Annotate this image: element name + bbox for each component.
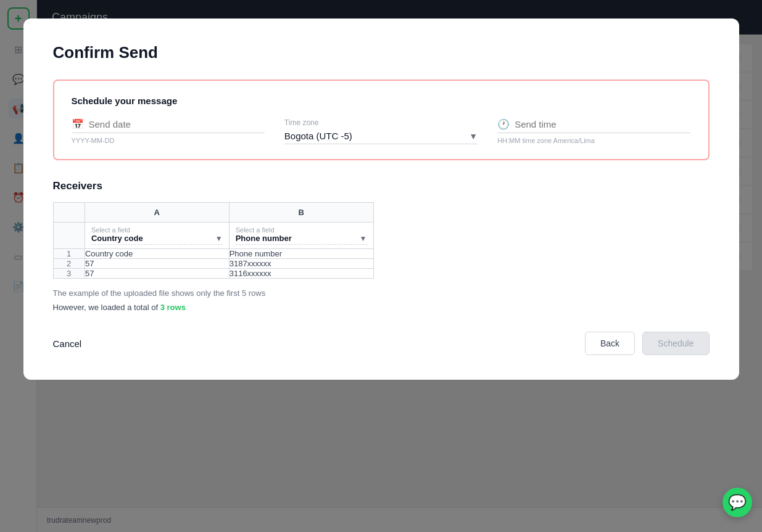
send-time-input-row: 🕐 bbox=[497, 118, 690, 133]
note-text: The example of the uploaded file shows o… bbox=[53, 289, 710, 298]
chevron-down-icon: ▼ bbox=[469, 131, 478, 141]
schedule-section: Schedule your message 📅 YYYY-MM-DD Time … bbox=[53, 80, 710, 160]
dropdown-icon-a: ▼ bbox=[215, 234, 223, 243]
table-cell-a: 57 bbox=[85, 259, 229, 269]
modal-overlay: Confirm Send Schedule your message 📅 YYY… bbox=[0, 0, 762, 532]
send-date-input[interactable] bbox=[89, 119, 265, 129]
button-group: Back Schedule bbox=[585, 332, 710, 355]
total-rows-prefix: However, we loaded a total of bbox=[53, 303, 160, 312]
timezone-select[interactable]: Bogota (UTC -5) ▼ bbox=[284, 131, 478, 144]
table-cell-a: 57 bbox=[85, 269, 229, 279]
table-header-b: B bbox=[229, 203, 373, 223]
col-a-selected-value: Country code bbox=[91, 234, 143, 243]
table-cell-b: 3116xxxxxx bbox=[229, 269, 373, 279]
rows-count: 3 rows bbox=[160, 303, 186, 312]
send-date-field: 📅 YYYY-MM-DD bbox=[72, 118, 265, 144]
table-row: 3 57 3116xxxxxx bbox=[53, 269, 373, 279]
table-header-index bbox=[53, 203, 85, 223]
table-cell-b: 3187xxxxxx bbox=[229, 259, 373, 269]
send-time-input[interactable] bbox=[515, 119, 690, 129]
clock-icon: 🕐 bbox=[497, 118, 510, 130]
table-select-b[interactable]: Select a field Phone number ▼ bbox=[229, 223, 373, 249]
select-field-label-a: Select a field bbox=[91, 226, 223, 234]
table-select-a[interactable]: Select a field Country code ▼ bbox=[85, 223, 229, 249]
col-a-label: A bbox=[85, 203, 229, 222]
table-cell-a: Country code bbox=[85, 249, 229, 259]
cancel-button[interactable]: Cancel bbox=[53, 334, 82, 354]
receivers-section: Receivers A B bbox=[53, 180, 710, 312]
table-cell-index: 2 bbox=[53, 259, 85, 269]
receivers-title: Receivers bbox=[53, 180, 710, 192]
schedule-section-label: Schedule your message bbox=[72, 96, 691, 106]
whatsapp-fab[interactable]: 💬 bbox=[723, 488, 752, 517]
table-cell-index: 3 bbox=[53, 269, 85, 279]
modal: Confirm Send Schedule your message 📅 YYY… bbox=[23, 18, 739, 380]
table-header-a: A bbox=[85, 203, 229, 223]
table-body: 1 Country code Phone number 2 57 3187xxx… bbox=[53, 249, 373, 279]
col-b-label: B bbox=[230, 203, 373, 222]
table-cell-b: Phone number bbox=[229, 249, 373, 259]
send-time-hint: HH:MM time zone America/Lima bbox=[497, 137, 690, 144]
table-row: 1 Country code Phone number bbox=[53, 249, 373, 259]
send-date-hint: YYYY-MM-DD bbox=[72, 137, 265, 144]
calendar-icon: 📅 bbox=[72, 118, 84, 130]
modal-footer: Cancel Back Schedule bbox=[53, 332, 710, 355]
table-row: 2 57 3187xxxxxx bbox=[53, 259, 373, 269]
dropdown-icon-b: ▼ bbox=[360, 234, 367, 243]
modal-title: Confirm Send bbox=[53, 43, 710, 62]
select-field-label-b: Select a field bbox=[236, 226, 367, 234]
receivers-table: A B Select a field Country code bbox=[53, 202, 374, 279]
table-select-index bbox=[53, 223, 85, 249]
timezone-label: Time zone bbox=[284, 118, 478, 127]
schedule-fields: 📅 YYYY-MM-DD Time zone Bogota (UTC -5) ▼ bbox=[72, 118, 691, 144]
schedule-button[interactable]: Schedule bbox=[642, 332, 709, 355]
table-cell-index: 1 bbox=[53, 249, 85, 259]
send-date-input-row: 📅 bbox=[72, 118, 265, 133]
col-b-selected-value: Phone number bbox=[236, 234, 292, 243]
timezone-field: Time zone Bogota (UTC -5) ▼ bbox=[284, 118, 478, 144]
back-button[interactable]: Back bbox=[585, 332, 635, 355]
total-rows-text: However, we loaded a total of 3 rows bbox=[53, 303, 710, 312]
timezone-value: Bogota (UTC -5) bbox=[284, 131, 352, 141]
send-time-field: 🕐 HH:MM time zone America/Lima bbox=[497, 118, 690, 144]
